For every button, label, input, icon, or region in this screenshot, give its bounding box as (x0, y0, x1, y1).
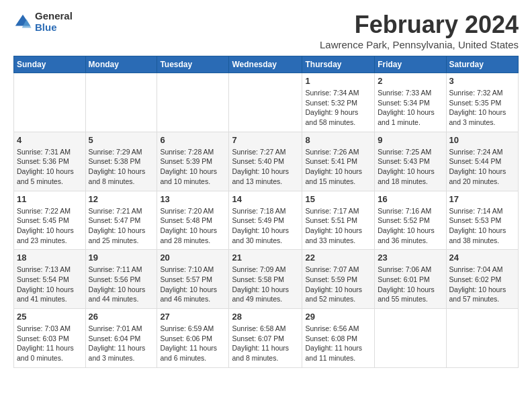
weekday-header-tuesday: Tuesday (157, 56, 229, 73)
month-title: February 2024 (320, 11, 519, 39)
day-number: 20 (160, 253, 226, 263)
day-number: 26 (89, 312, 154, 322)
weekday-header-monday: Monday (85, 56, 157, 73)
day-number: 4 (17, 135, 83, 145)
day-number: 24 (449, 253, 515, 263)
calendar-cell: 15Sunrise: 7:17 AMSunset: 5:51 PMDayligh… (302, 191, 375, 250)
day-info: Sunrise: 7:14 AMSunset: 5:53 PMDaylight:… (449, 206, 515, 246)
calendar-cell: 16Sunrise: 7:16 AMSunset: 5:52 PMDayligh… (375, 191, 446, 250)
weekday-header-wednesday: Wednesday (229, 56, 302, 73)
calendar-cell: 29Sunrise: 6:56 AMSunset: 6:08 PMDayligh… (302, 309, 375, 368)
calendar-cell: 17Sunrise: 7:14 AMSunset: 5:53 PMDayligh… (446, 191, 518, 250)
day-number: 13 (160, 194, 226, 204)
day-number: 29 (305, 312, 371, 322)
calendar-cell: 28Sunrise: 6:58 AMSunset: 6:07 PMDayligh… (229, 309, 302, 368)
day-number: 9 (378, 135, 443, 145)
weekday-header-sunday: Sunday (14, 56, 86, 73)
calendar-cell: 19Sunrise: 7:11 AMSunset: 5:56 PMDayligh… (85, 250, 157, 309)
day-number: 1 (305, 76, 371, 86)
day-number: 3 (449, 76, 515, 86)
logo: General Blue (13, 11, 73, 33)
weekday-header-row: SundayMondayTuesdayWednesdayThursdayFrid… (14, 56, 519, 73)
day-number: 19 (89, 253, 154, 263)
logo-general-text: General (35, 11, 73, 22)
day-info: Sunrise: 7:24 AMSunset: 5:44 PMDaylight:… (449, 147, 515, 187)
day-info: Sunrise: 7:11 AMSunset: 5:56 PMDaylight:… (89, 265, 154, 304)
day-number: 8 (305, 135, 371, 145)
day-info: Sunrise: 7:17 AMSunset: 5:51 PMDaylight:… (305, 206, 371, 246)
weekday-header-saturday: Saturday (446, 56, 518, 73)
day-info: Sunrise: 7:16 AMSunset: 5:52 PMDaylight:… (378, 206, 443, 246)
calendar-cell (85, 73, 157, 132)
calendar-cell: 11Sunrise: 7:22 AMSunset: 5:45 PMDayligh… (14, 191, 86, 250)
weekday-header-thursday: Thursday (302, 56, 375, 73)
day-number: 10 (449, 135, 515, 145)
calendar-header: SundayMondayTuesdayWednesdayThursdayFrid… (14, 56, 519, 73)
day-info: Sunrise: 7:01 AMSunset: 6:04 PMDaylight:… (89, 324, 154, 363)
calendar-cell: 12Sunrise: 7:21 AMSunset: 5:47 PMDayligh… (85, 191, 157, 250)
day-number: 21 (232, 253, 299, 263)
day-number: 6 (160, 135, 226, 145)
calendar-cell (375, 309, 446, 368)
calendar-cell: 6Sunrise: 7:28 AMSunset: 5:39 PMDaylight… (157, 132, 229, 191)
calendar-cell: 8Sunrise: 7:26 AMSunset: 5:41 PMDaylight… (302, 132, 375, 191)
calendar-cell: 24Sunrise: 7:04 AMSunset: 6:02 PMDayligh… (446, 250, 518, 309)
calendar-cell (229, 73, 302, 132)
day-number: 16 (378, 194, 443, 204)
calendar-cell: 20Sunrise: 7:10 AMSunset: 5:57 PMDayligh… (157, 250, 229, 309)
calendar-cell (157, 73, 229, 132)
day-info: Sunrise: 6:59 AMSunset: 6:06 PMDaylight:… (160, 324, 226, 363)
calendar-cell: 14Sunrise: 7:18 AMSunset: 5:49 PMDayligh… (229, 191, 302, 250)
calendar-week-row: 1Sunrise: 7:34 AMSunset: 5:32 PMDaylight… (14, 73, 519, 132)
day-number: 2 (378, 76, 443, 86)
calendar-cell: 4Sunrise: 7:31 AMSunset: 5:36 PMDaylight… (14, 132, 86, 191)
day-info: Sunrise: 7:10 AMSunset: 5:57 PMDaylight:… (160, 265, 226, 304)
day-info: Sunrise: 7:25 AMSunset: 5:43 PMDaylight:… (378, 147, 443, 187)
day-number: 25 (17, 312, 83, 322)
day-info: Sunrise: 7:13 AMSunset: 5:54 PMDaylight:… (17, 265, 83, 304)
calendar-cell: 13Sunrise: 7:20 AMSunset: 5:48 PMDayligh… (157, 191, 229, 250)
calendar-cell: 1Sunrise: 7:34 AMSunset: 5:32 PMDaylight… (302, 73, 375, 132)
day-info: Sunrise: 7:21 AMSunset: 5:47 PMDaylight:… (89, 206, 154, 246)
day-number: 27 (160, 312, 226, 322)
calendar-cell (14, 73, 86, 132)
day-info: Sunrise: 6:58 AMSunset: 6:07 PMDaylight:… (232, 324, 299, 363)
day-info: Sunrise: 7:33 AMSunset: 5:34 PMDaylight:… (378, 88, 443, 128)
day-number: 18 (17, 253, 83, 263)
day-info: Sunrise: 7:18 AMSunset: 5:49 PMDaylight:… (232, 206, 299, 246)
day-info: Sunrise: 7:26 AMSunset: 5:41 PMDaylight:… (305, 147, 371, 187)
day-info: Sunrise: 7:22 AMSunset: 5:45 PMDaylight:… (17, 206, 83, 246)
logo-icon (13, 13, 32, 32)
calendar-cell: 9Sunrise: 7:25 AMSunset: 5:43 PMDaylight… (375, 132, 446, 191)
calendar-cell: 23Sunrise: 7:06 AMSunset: 6:01 PMDayligh… (375, 250, 446, 309)
calendar-cell: 5Sunrise: 7:29 AMSunset: 5:38 PMDaylight… (85, 132, 157, 191)
day-info: Sunrise: 6:56 AMSunset: 6:08 PMDaylight:… (305, 324, 371, 363)
calendar-cell (446, 309, 518, 368)
day-number: 14 (232, 194, 299, 204)
day-info: Sunrise: 7:07 AMSunset: 5:59 PMDaylight:… (305, 265, 371, 304)
calendar-cell: 18Sunrise: 7:13 AMSunset: 5:54 PMDayligh… (14, 250, 86, 309)
location-title: Lawrence Park, Pennsylvania, United Stat… (320, 39, 519, 50)
calendar-cell: 22Sunrise: 7:07 AMSunset: 5:59 PMDayligh… (302, 250, 375, 309)
calendar-week-row: 11Sunrise: 7:22 AMSunset: 5:45 PMDayligh… (14, 191, 519, 250)
day-info: Sunrise: 7:09 AMSunset: 5:58 PMDaylight:… (232, 265, 299, 304)
day-number: 22 (305, 253, 371, 263)
day-number: 7 (232, 135, 299, 145)
day-number: 11 (17, 194, 83, 204)
title-block: February 2024 Lawrence Park, Pennsylvani… (320, 11, 519, 50)
day-number: 5 (89, 135, 154, 145)
day-info: Sunrise: 7:27 AMSunset: 5:40 PMDaylight:… (232, 147, 299, 187)
day-info: Sunrise: 7:28 AMSunset: 5:39 PMDaylight:… (160, 147, 226, 187)
page-header: General Blue February 2024 Lawrence Park… (13, 11, 519, 50)
calendar-week-row: 25Sunrise: 7:03 AMSunset: 6:03 PMDayligh… (14, 309, 519, 368)
calendar-week-row: 4Sunrise: 7:31 AMSunset: 5:36 PMDaylight… (14, 132, 519, 191)
calendar-cell: 26Sunrise: 7:01 AMSunset: 6:04 PMDayligh… (85, 309, 157, 368)
logo-blue-text: Blue (35, 22, 73, 34)
calendar-cell: 3Sunrise: 7:32 AMSunset: 5:35 PMDaylight… (446, 73, 518, 132)
day-info: Sunrise: 7:04 AMSunset: 6:02 PMDaylight:… (449, 265, 515, 304)
day-info: Sunrise: 7:20 AMSunset: 5:48 PMDaylight:… (160, 206, 226, 246)
calendar-cell: 7Sunrise: 7:27 AMSunset: 5:40 PMDaylight… (229, 132, 302, 191)
day-number: 17 (449, 194, 515, 204)
day-info: Sunrise: 7:29 AMSunset: 5:38 PMDaylight:… (89, 147, 154, 187)
calendar-cell: 2Sunrise: 7:33 AMSunset: 5:34 PMDaylight… (375, 73, 446, 132)
